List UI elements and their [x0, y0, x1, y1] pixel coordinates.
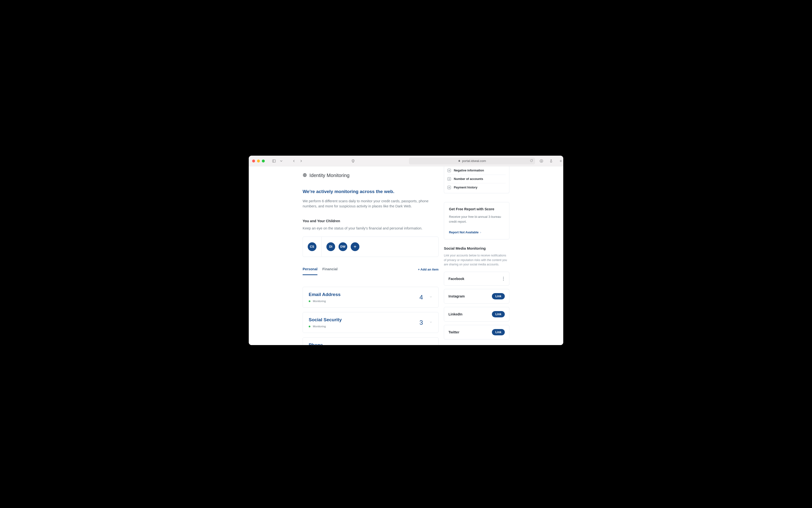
close-window-button[interactable] — [252, 160, 255, 163]
free-report-body: Receive your free bi-annual 3-bureau cre… — [449, 214, 504, 224]
sidebar-toggle-icon[interactable] — [271, 158, 277, 164]
lead-subtext: We perform 6 different scans daily to mo… — [303, 199, 435, 209]
free-report-card: Get Free Report with Score Receive your … — [444, 202, 509, 240]
credit-factor-label: Negative information — [454, 169, 484, 172]
main-content: Identity Monitoring We're actively monit… — [303, 166, 438, 345]
new-tab-icon[interactable] — [558, 158, 563, 164]
right-rail: + Negative information + Number of accou… — [444, 166, 509, 345]
minimize-window-button[interactable] — [257, 160, 260, 163]
people-card: CS DI DW + — [303, 237, 438, 257]
social-card-twitter: Twitter Link — [444, 325, 509, 339]
maximize-window-button[interactable] — [262, 160, 265, 163]
social-heading: Social Media Monitoring — [444, 246, 509, 250]
credit-factor-row[interactable]: + Number of accounts — [447, 175, 506, 183]
social-list: Facebook Instagram Link Lin — [444, 272, 509, 340]
svg-point-15 — [304, 175, 305, 175]
browser-window: portal.idseal.com — [249, 156, 563, 345]
monitoring-item-count: 1 — [420, 344, 423, 345]
avatar-primary[interactable]: CS — [308, 242, 317, 251]
downloads-icon[interactable] — [538, 158, 545, 164]
monitoring-item[interactable]: Email Address Monitoring 4 — [303, 287, 438, 308]
page-title: Identity Monitoring — [309, 173, 349, 178]
svg-point-13 — [303, 173, 306, 177]
report-not-available-link[interactable]: Report Not Available — [449, 231, 482, 234]
svg-point-14 — [304, 174, 306, 176]
kebab-menu-icon[interactable] — [502, 276, 505, 282]
social-name: Facebook — [448, 277, 464, 281]
avatar-child[interactable]: DI — [326, 242, 335, 251]
monitoring-item-title: Social Security — [309, 317, 342, 323]
tab-personal[interactable]: Personal — [303, 267, 318, 275]
monitoring-item-status: Monitoring — [313, 325, 326, 328]
expand-plus-icon: + — [447, 186, 451, 189]
link-button[interactable]: Link — [492, 293, 505, 299]
page-body: Identity Monitoring We're actively monit… — [249, 166, 563, 345]
monitoring-item-count: 4 — [420, 294, 423, 301]
add-item-link[interactable]: + Add an item — [418, 267, 438, 274]
lock-icon — [458, 159, 461, 163]
share-icon[interactable] — [548, 158, 555, 164]
chevron-down-icon[interactable] — [278, 158, 285, 164]
social-name: Twitter — [448, 330, 460, 334]
lead-heading: We're actively monitoring across the web… — [303, 189, 438, 194]
people-primary-segment: CS — [303, 237, 322, 257]
target-icon — [303, 173, 307, 178]
social-card-instagram: Instagram Link — [444, 289, 509, 303]
report-link-label: Report Not Available — [449, 231, 479, 234]
monitoring-item[interactable]: Phone Monitoring 1 — [303, 337, 438, 345]
svg-rect-0 — [273, 160, 276, 162]
family-heading: You and Your Children — [303, 219, 438, 223]
monitoring-item-count: 3 — [420, 319, 423, 326]
chevron-right-icon — [480, 231, 482, 234]
tab-financial[interactable]: Financial — [322, 267, 338, 275]
social-name: Instagram — [448, 294, 465, 298]
avatar-child[interactable]: DW — [339, 242, 347, 251]
monitoring-item-title: Email Address — [309, 292, 340, 297]
credit-factor-row[interactable]: + Payment history — [447, 183, 506, 192]
monitoring-item-status: Monitoring — [313, 300, 326, 303]
address-bar[interactable]: portal.idseal.com — [409, 158, 535, 164]
social-name: LinkedIn — [448, 312, 463, 316]
expand-plus-icon: + — [447, 169, 451, 172]
status-dot-icon — [309, 300, 311, 302]
refresh-icon[interactable] — [530, 159, 533, 163]
address-bar-url: portal.idseal.com — [462, 159, 486, 163]
chevron-down-icon — [429, 320, 432, 325]
svg-rect-3 — [459, 161, 460, 162]
free-report-title: Get Free Report with Score — [449, 207, 504, 211]
browser-titlebar: portal.idseal.com — [249, 156, 563, 166]
monitoring-item-list: Email Address Monitoring 4 — [303, 287, 438, 345]
people-others-segment: DI DW + — [322, 237, 364, 257]
chevron-down-icon — [429, 295, 432, 299]
status-dot-icon — [309, 326, 311, 327]
credit-factor-row[interactable]: + Negative information — [447, 166, 506, 175]
social-card-facebook: Facebook — [444, 272, 509, 286]
link-button[interactable]: Link — [492, 311, 505, 318]
window-controls — [252, 160, 265, 163]
forward-button[interactable] — [298, 158, 304, 164]
credit-factor-label: Number of accounts — [454, 177, 483, 181]
back-button[interactable] — [290, 158, 297, 164]
social-card-linkedin: LinkedIn Link — [444, 307, 509, 322]
add-person-button[interactable]: + — [351, 242, 360, 251]
family-subtext: Keep an eye on the status of your family… — [303, 226, 438, 230]
credit-factors-list: + Negative information + Number of accou… — [444, 166, 509, 193]
privacy-shield-icon[interactable] — [351, 158, 355, 164]
social-desc: Link your accounts below to receive noti… — [444, 253, 509, 267]
credit-factor-label: Payment history — [454, 186, 477, 189]
expand-plus-icon: + — [447, 177, 451, 181]
monitoring-item-title: Phone — [309, 342, 326, 345]
monitoring-item[interactable]: Social Security Monitoring 3 — [303, 312, 438, 333]
link-button[interactable]: Link — [492, 329, 505, 335]
